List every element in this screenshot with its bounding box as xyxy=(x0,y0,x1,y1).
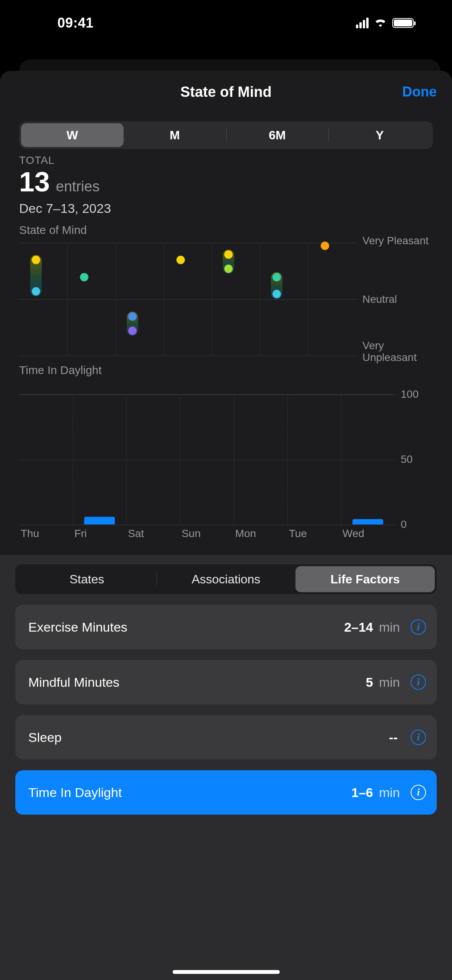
category-segmented[interactable]: StatesAssociationsLife Factors xyxy=(15,564,437,594)
mood-y-axis: Very Pleasant Neutral Very Unpleasant xyxy=(356,243,433,356)
factor-value: 5 min xyxy=(366,675,400,690)
total-unit: entries xyxy=(56,178,100,195)
time-range-segmented[interactable]: WM6MY xyxy=(19,121,433,149)
factor-exercise-minutes[interactable]: Exercise Minutes2–14 mini xyxy=(15,605,437,649)
mood-point xyxy=(80,273,88,281)
y-label-top: Very Pleasant xyxy=(362,235,429,247)
wifi-icon xyxy=(374,17,387,29)
factor-label: Sleep xyxy=(28,730,383,745)
page-title: State of Mind xyxy=(180,84,272,100)
info-icon[interactable]: i xyxy=(411,675,426,690)
factor-value: -- xyxy=(389,730,400,745)
time-range-Y[interactable]: Y xyxy=(328,123,431,147)
status-icons xyxy=(356,17,414,29)
time-range-M[interactable]: M xyxy=(124,123,226,147)
y-tick: 100 xyxy=(401,388,419,400)
time-range-6M[interactable]: 6M xyxy=(226,123,329,147)
factor-mindful-minutes[interactable]: Mindful Minutes5 mini xyxy=(15,660,437,704)
mood-point xyxy=(224,250,233,259)
factor-time-in-daylight[interactable]: Time In Daylight1–6 mini xyxy=(15,770,437,815)
battery-icon xyxy=(392,18,414,28)
date-range: Dec 7–13, 2023 xyxy=(19,201,433,216)
factor-list: Exercise Minutes2–14 miniMindful Minutes… xyxy=(15,605,437,815)
cellular-icon xyxy=(356,18,369,28)
daylight-bar xyxy=(84,517,115,524)
factor-sleep[interactable]: Sleep--i xyxy=(15,715,437,760)
info-icon[interactable]: i xyxy=(411,785,426,800)
total-label: TOTAL xyxy=(19,154,433,167)
factor-label: Exercise Minutes xyxy=(28,620,338,635)
mood-point xyxy=(128,312,137,321)
y-label-bot: Very Unpleasant xyxy=(362,340,433,364)
daylight-chart-title: Time In Daylight xyxy=(19,364,433,377)
day-label: Sat xyxy=(126,528,180,540)
daylight-bar xyxy=(352,519,383,524)
daylight-chart-block: Time In Daylight 100500 xyxy=(0,356,452,524)
factor-value: 1–6 min xyxy=(351,785,400,800)
factor-label: Mindful Minutes xyxy=(28,675,360,690)
total-count: 13 xyxy=(19,168,50,196)
nav-bar: State of Mind Done xyxy=(0,71,452,113)
x-axis-labels: ThuFriSatSunMonTueWed xyxy=(0,524,452,540)
day-label: Thu xyxy=(19,528,73,540)
daylight-chart[interactable] xyxy=(19,394,395,524)
status-time: 09:41 xyxy=(57,15,94,31)
day-label: Sun xyxy=(180,528,233,540)
mood-point xyxy=(273,290,281,298)
y-tick: 50 xyxy=(401,453,413,466)
day-label: Fri xyxy=(73,528,126,540)
status-bar: 09:41 xyxy=(0,0,452,46)
factor-label: Time In Daylight xyxy=(28,785,345,800)
mood-point xyxy=(224,265,233,273)
tab-life-factors[interactable]: Life Factors xyxy=(295,566,435,592)
mood-point xyxy=(128,327,137,335)
tab-associations[interactable]: Associations xyxy=(157,566,296,592)
home-indicator[interactable] xyxy=(173,970,280,974)
done-button[interactable]: Done xyxy=(402,84,437,100)
mood-point xyxy=(32,256,40,264)
modal-sheet: State of Mind Done WM6MY TOTAL 13 entrie… xyxy=(0,71,452,980)
mood-chart-block: State of Mind Very Pleasant Neutral Very… xyxy=(0,216,452,356)
y-tick: 0 xyxy=(401,518,407,531)
mood-point xyxy=(321,242,329,250)
bottom-panel: StatesAssociationsLife Factors Exercise … xyxy=(0,555,452,980)
day-label: Wed xyxy=(341,528,395,540)
y-label-mid: Neutral xyxy=(362,294,397,305)
summary-block: TOTAL 13 entries Dec 7–13, 2023 xyxy=(0,149,452,216)
tab-states[interactable]: States xyxy=(17,566,157,592)
mood-point xyxy=(176,256,185,264)
factor-value: 2–14 min xyxy=(344,620,400,635)
daylight-y-axis: 100500 xyxy=(395,394,433,524)
mood-point xyxy=(32,287,40,296)
day-label: Tue xyxy=(287,528,341,540)
day-label: Mon xyxy=(234,528,287,540)
time-range-W[interactable]: W xyxy=(21,123,124,147)
mood-chart[interactable] xyxy=(19,243,356,356)
mood-point xyxy=(273,273,281,281)
info-icon[interactable]: i xyxy=(411,730,426,745)
info-icon[interactable]: i xyxy=(411,619,426,635)
